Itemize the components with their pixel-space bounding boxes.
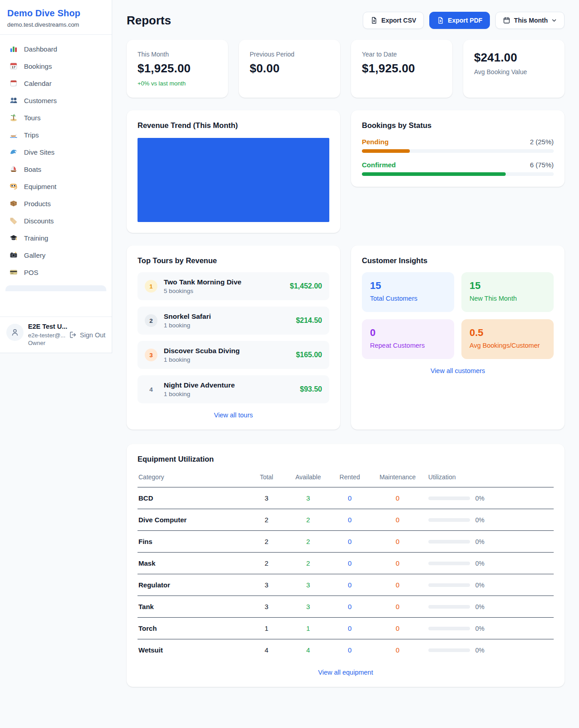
package-icon <box>9 199 18 208</box>
rank-badge: 4 <box>145 383 157 396</box>
table-header-row: Category Total Available Rented Maintena… <box>138 468 554 487</box>
tour-row: 4 Night Dive Adventure 1 booking $93.50 <box>138 375 329 403</box>
sidebar-item-trips[interactable]: Trips <box>4 126 108 143</box>
equipment-utilization-card: Equipment Utilization Category Total Ava… <box>127 444 565 687</box>
insight-new-this-month: 15 New This Month <box>461 272 554 312</box>
confirmed-bar-track <box>362 172 554 176</box>
brand-name: Demo Dive Shop <box>7 8 104 19</box>
rank-badge: 2 <box>145 314 157 327</box>
utilization-cell: 0% <box>428 603 550 610</box>
stat-value: $1,925.00 <box>362 61 441 76</box>
calendar-icon <box>503 17 510 24</box>
tour-row: 1 Two Tank Morning Dive 5 bookings $1,45… <box>138 272 329 300</box>
utilization-cell: 0% <box>428 560 550 567</box>
bookings-by-status-title: Bookings by Status <box>362 121 554 130</box>
tour-row: 3 Discover Scuba Diving 1 booking $165.0… <box>138 341 329 369</box>
sidebar-user-footer: E2E Test U... e2e-tester@... Owner Sign … <box>0 317 112 353</box>
table-row: Torch 1 1 0 0 0% <box>138 618 554 639</box>
bookings-by-status-card: Bookings by Status Pending 2 (25%) Confi… <box>351 110 565 187</box>
tear-off-calendar-icon <box>9 79 18 87</box>
status-row-confirmed: Confirmed 6 (75%) <box>362 161 554 176</box>
pending-bar-fill <box>362 149 410 153</box>
stat-card-previous-period: Previous Period $0.00 <box>239 40 340 98</box>
user-role: Owner <box>28 339 65 347</box>
sidebar-item-products[interactable]: Products <box>4 195 108 212</box>
status-row-pending: Pending 2 (25%) <box>362 138 554 153</box>
stat-delta: +0% vs last month <box>138 80 217 87</box>
utilization-cell: 0% <box>428 538 550 545</box>
main-content: Reports Export CSV Export PDF This Month… <box>112 0 579 705</box>
insight-repeat-customers: 0 Repeat Customers <box>362 319 454 359</box>
table-row: Tank 3 3 0 0 0% <box>138 596 554 618</box>
sidebar-item-calendar[interactable]: Calendar <box>4 75 108 92</box>
sidebar-item-training[interactable]: Training <box>4 229 108 246</box>
stat-value: $241.00 <box>474 51 554 65</box>
svg-text:17: 17 <box>12 65 15 69</box>
calendar-17-icon: 17 <box>9 62 18 70</box>
view-all-equipment-link[interactable]: View all equipment <box>138 669 554 676</box>
utilization-cell: 0% <box>428 516 550 524</box>
rank-badge: 1 <box>145 280 157 293</box>
equipment-table: Category Total Available Rented Maintena… <box>138 468 554 661</box>
sidebar-item-dashboard[interactable]: Dashboard <box>4 40 108 57</box>
speedboat-icon <box>9 131 18 139</box>
table-row: Dive Computer 2 2 0 0 0% <box>138 509 554 531</box>
graduation-cap-icon <box>9 234 18 242</box>
sidebar-item-equipment[interactable]: Equipment <box>4 178 108 195</box>
brand: Demo Dive Shop demo.test.divestreams.com <box>0 0 112 35</box>
tour-row: 2 Snorkel Safari 1 booking $214.50 <box>138 307 329 335</box>
sidebar-item-discounts[interactable]: Discounts <box>4 212 108 229</box>
utilization-cell: 0% <box>428 581 550 589</box>
chevron-down-icon <box>551 18 557 23</box>
sidebar-item-bookings[interactable]: 17 Bookings <box>4 57 108 75</box>
sidebar-item-dive-sites[interactable]: Dive Sites <box>4 143 108 161</box>
brand-domain: demo.test.divestreams.com <box>7 21 104 28</box>
sailboat-icon <box>9 165 18 173</box>
table-row: Wetsuit 4 4 0 0 0% <box>138 639 554 661</box>
top-tours-card: Top Tours by Revenue 1 Two Tank Morning … <box>127 246 340 430</box>
people-icon <box>9 96 18 104</box>
sidebar-item-customers[interactable]: Customers <box>4 92 108 109</box>
sign-out-button[interactable]: Sign Out <box>69 331 105 339</box>
sidebar-nav: Dashboard 17 Bookings Calendar Customers… <box>0 35 112 317</box>
sidebar-item-gallery[interactable]: Gallery <box>4 246 108 264</box>
sidebar-item-pos[interactable]: POS <box>4 264 108 281</box>
insight-total-customers: 15 Total Customers <box>362 272 454 312</box>
stat-value: $0.00 <box>250 61 329 76</box>
customer-insights-title: Customer Insights <box>362 256 554 265</box>
view-all-tours-link[interactable]: View all tours <box>138 411 329 419</box>
stat-card-year-to-date: Year to Date $1,925.00 <box>351 40 452 98</box>
revenue-trend-card: Revenue Trend (This Month) <box>127 110 340 233</box>
file-download-icon <box>437 17 444 24</box>
camera-icon <box>9 251 18 259</box>
stat-card-this-month: This Month $1,925.00 +0% vs last month <box>127 40 228 98</box>
user-email: e2e-tester@... <box>28 331 65 340</box>
bar-chart-icon <box>9 45 18 53</box>
file-download-icon <box>370 17 378 24</box>
top-tours-title: Top Tours by Revenue <box>138 256 329 265</box>
period-select[interactable]: This Month <box>495 12 565 29</box>
user-name: E2E Test U... <box>28 322 65 331</box>
stat-value: $1,925.00 <box>138 61 217 76</box>
view-all-customers-link[interactable]: View all customers <box>362 367 554 374</box>
sidebar-item-boats[interactable]: Boats <box>4 161 108 178</box>
tag-icon <box>9 217 18 225</box>
sidebar: Demo Dive Shop demo.test.divestreams.com… <box>0 0 112 353</box>
pending-bar-track <box>362 149 554 153</box>
revenue-trend-title: Revenue Trend (This Month) <box>138 121 329 130</box>
table-row: BCD 3 3 0 0 0% <box>138 487 554 509</box>
sign-out-icon <box>69 331 77 339</box>
wave-icon <box>9 148 18 156</box>
export-pdf-button[interactable]: Export PDF <box>429 12 490 29</box>
dive-mask-icon <box>9 182 18 190</box>
rank-badge: 3 <box>145 349 157 361</box>
island-icon <box>9 113 18 122</box>
table-row: Fins 2 2 0 0 0% <box>138 531 554 553</box>
confirmed-bar-fill <box>362 172 506 176</box>
table-row: Regulator 3 3 0 0 0% <box>138 574 554 596</box>
sidebar-item-tours[interactable]: Tours <box>4 109 108 126</box>
export-csv-button[interactable]: Export CSV <box>363 12 424 29</box>
sidebar-item-partial <box>5 285 106 291</box>
person-icon <box>10 328 19 337</box>
stat-card-avg-booking-value: $241.00 Avg Booking Value <box>463 40 565 98</box>
